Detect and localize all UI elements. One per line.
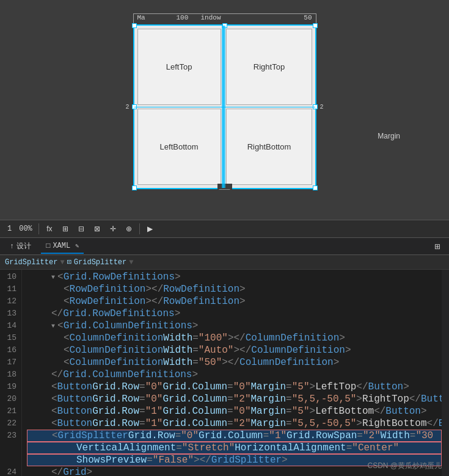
toolbar: 1 00% fx ⊞ ⊟ ⊠ ✛ ⊕ ▶ [0,220,449,238]
ln-13: 13 [5,308,16,320]
code-line-21: <Button Grid.Row="1" Grid.Column="0" Mar… [27,405,442,417]
ln-24: 24 [5,466,16,476]
dim-window-label: Ma [137,14,145,21]
tab-design-icon: ↑ [10,242,14,251]
canvas-background: Ma 100 indow 50 LeftTop RightTop [0,0,449,220]
xaml-preview: Ma 100 indow 50 LeftTop RightTop [121,6,329,195]
cell-right-top: RightTop [226,29,312,105]
code-lines[interactable]: ▼ <Grid.RowDefinitions> <RowDefinition><… [22,270,442,476]
zoom-level: 1 [5,225,14,233]
fold-10[interactable]: ▼ [51,274,55,281]
split-view-btn[interactable]: ⊞ [431,240,444,253]
ln-16: 16 [5,344,16,356]
code-line-18: </Grid.ColumnDefinitions> [27,369,442,381]
scrollbar[interactable] [442,270,449,476]
breadcrumb-sep: ▼ [60,258,64,267]
attribution: CSDN @黄瓜炒鸡蛋儿 [367,461,442,471]
cell-left-top-label: LeftTop [166,62,192,71]
editor-content: 10 11 12 13 14 15 16 17 18 19 20 21 22 2… [0,270,449,476]
code-line-23: <GridSplitter Grid.Row="0" Grid.Column="… [27,430,442,442]
pan-btn[interactable]: ✛ [106,222,120,236]
code-line-14: ▼ <Grid.ColumnDefinitions> [27,320,442,332]
code-line-10: ▼ <Grid.RowDefinitions> [27,271,442,283]
ln-21: 21 [5,405,16,417]
toolbar-sep-1 [38,223,39,234]
ln-17: 17 [5,356,16,369]
cell-right-bottom: RightBottom [226,109,312,185]
ln-15: 15 [5,332,16,344]
code-line-16: <ColumnDefinition Width="Auto"></ColumnD… [27,344,442,356]
tab-design-label: 设计 [16,241,31,251]
toolbar-sep-2 [139,223,140,234]
tab-xaml-icon: □ [46,242,50,250]
zoom-percent: 00% [16,225,35,233]
cell-right-top-label: RightTop [254,62,285,71]
right-side-label: 2 [319,104,323,110]
cell-left-bottom-label: LeftBottom [160,142,199,151]
ln-14: 14 [5,320,16,332]
ln-18: 18 [5,369,16,381]
resize-handle-bl[interactable] [132,186,137,190]
code-line-17: <ColumnDefinition Width="50"></ColumnDef… [27,356,442,369]
code-line-12: <RowDefinition></RowDefinition> [27,295,442,308]
resize-handle-tl[interactable] [132,23,137,28]
ln-12: 12 [5,295,16,308]
code-line-22: <Button Grid.Row="1" Grid.Column="2" Mar… [27,417,442,430]
grid-btn-3[interactable]: ⊠ [90,222,104,236]
tab-xaml[interactable]: □ XAML ✎ [41,239,84,254]
zoom-btn[interactable]: ⊕ [122,222,136,236]
breadcrumb-bar: GridSplitter ▼ ⊡ GridSplitter ▼ [0,255,449,270]
breadcrumb-arrow: ▼ [129,258,133,267]
ln-19: 19 [5,381,16,393]
ln-22: 22 [5,417,16,430]
line-numbers: 10 11 12 13 14 15 16 17 18 19 20 21 22 2… [0,270,22,476]
cell-left-bottom: LeftBottom [137,109,221,185]
grid-splitter-handle[interactable] [222,26,225,188]
ln-23: 23 [5,430,16,442]
dim-window-text: indow [201,14,221,21]
breadcrumb-icon: ⊡ [67,258,71,267]
dim-50-label: 50 [304,14,312,21]
code-line-11: <RowDefinition></RowDefinition> [27,283,442,295]
margin-label: Margin [378,132,400,140]
ln-blank1 [5,442,16,454]
code-line-15: <ColumnDefinition Width="100"></ColumnDe… [27,332,442,344]
grid-container: LeftTop RightTop LeftBottom RightBottom [133,24,316,189]
cell-right-bottom-label: RightBottom [247,142,291,151]
grid-btn-1[interactable]: ⊞ [59,222,72,236]
ln-blank2 [5,454,16,466]
tabs-row: ↑ 设计 □ XAML ✎ ⊞ [0,238,449,255]
fold-14[interactable]: ▼ [51,323,55,330]
left-side-label: 2 [126,104,130,110]
fx-button[interactable]: fx [43,222,56,236]
breadcrumb-left: GridSplitter [5,258,57,267]
dim-100-label: 100 [177,14,189,21]
code-line-13: </Grid.RowDefinitions> [27,308,442,320]
tab-xaml-edit-icon: ✎ [75,242,79,250]
code-line-19: <Button Grid.Row="0" Grid.Column="0" Mar… [27,381,442,393]
grid-btn-2[interactable]: ⊟ [75,222,88,236]
resize-handle-br[interactable] [313,186,318,190]
tab-design[interactable]: ↑ 设计 [5,239,36,254]
ln-11: 11 [5,283,16,295]
cell-left-top: LeftTop [137,29,221,105]
design-area: Ma 100 indow 50 LeftTop RightTop [0,0,449,220]
ln-20: 20 [5,393,16,405]
tab-xaml-label: XAML [53,242,70,250]
resize-handle-tr[interactable] [313,23,318,28]
code-line-20: <Button Grid.Row="0" Grid.Column="2" Mar… [27,393,442,405]
ln-10: 10 [5,271,16,283]
code-line-23b: VerticalAlignment="Stretch" HorizontalAl… [27,442,442,454]
breadcrumb-right: GridSplitter [74,258,126,267]
more-btn[interactable]: ▶ [144,222,157,236]
